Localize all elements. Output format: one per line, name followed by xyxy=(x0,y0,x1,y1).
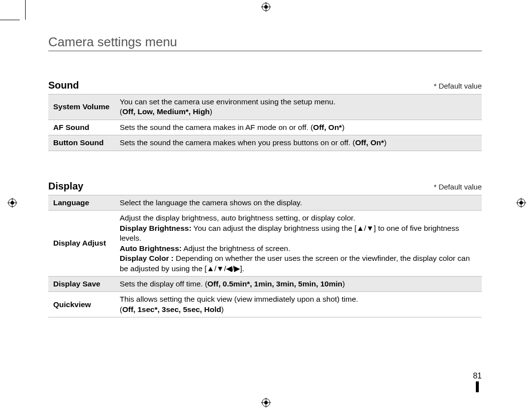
direction-pad-icon: ▲/▼/◀/▶ xyxy=(207,264,240,273)
row-desc: Sets the display off time. (Off, 0.5min*… xyxy=(115,276,482,291)
row-desc: You can set the camera use environment u… xyxy=(115,94,482,120)
row-desc: Sets the sound the camera makes when you… xyxy=(115,135,482,151)
section-title-sound: Sound xyxy=(48,80,79,91)
display-table: Language Select the language the camera … xyxy=(48,195,482,318)
registration-mark-icon xyxy=(261,398,271,408)
page-title: Camera settings menu xyxy=(48,34,482,51)
row-label: System Volume xyxy=(48,94,115,120)
up-down-icon: ▲/▼ xyxy=(357,224,374,232)
page-number: 81 xyxy=(473,372,482,392)
row-desc: Select the language the camera shows on … xyxy=(115,195,482,210)
row-label: Button Sound xyxy=(48,135,115,151)
row-label: AF Sound xyxy=(48,120,115,135)
table-row: Quickview This allows setting the quick … xyxy=(48,292,482,317)
table-row: Display Adjust Adjust the display bright… xyxy=(48,211,482,277)
registration-mark-icon xyxy=(516,198,526,208)
row-label: Display Save xyxy=(48,276,115,291)
section-title-display: Display xyxy=(48,181,83,192)
table-row: Button Sound Sets the sound the camera m… xyxy=(48,135,482,151)
page-content: Camera settings menu Sound * Default val… xyxy=(48,34,482,317)
row-label: Quickview xyxy=(48,292,115,317)
table-row: AF Sound Sets the sound the camera makes… xyxy=(48,120,482,135)
sound-table: System Volume You can set the camera use… xyxy=(48,94,482,151)
row-desc: This allows setting the quick view (view… xyxy=(115,292,482,317)
default-value-note: * Default value xyxy=(433,82,482,90)
row-desc: Sets the sound the camera makes in AF mo… xyxy=(115,120,482,135)
registration-mark-icon xyxy=(7,198,17,208)
row-label: Language xyxy=(48,195,115,210)
default-value-note: * Default value xyxy=(433,183,482,191)
registration-mark-icon xyxy=(261,2,271,12)
table-row: Display Save Sets the display off time. … xyxy=(48,276,482,291)
table-row: Language Select the language the camera … xyxy=(48,195,482,210)
row-desc: Adjust the display brightness, auto brig… xyxy=(115,211,482,277)
row-label: Display Adjust xyxy=(48,211,115,277)
table-row: System Volume You can set the camera use… xyxy=(48,94,482,120)
